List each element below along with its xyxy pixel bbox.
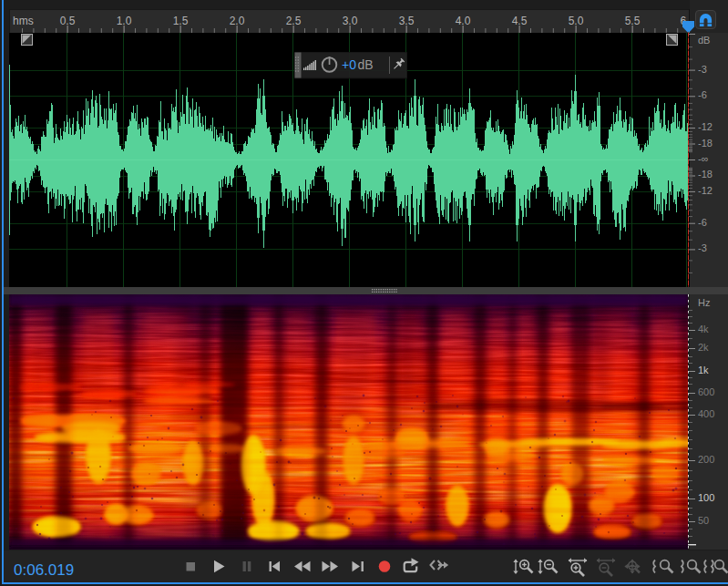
svg-text:dB: dB	[358, 57, 374, 72]
svg-text:+0: +0	[342, 57, 356, 72]
